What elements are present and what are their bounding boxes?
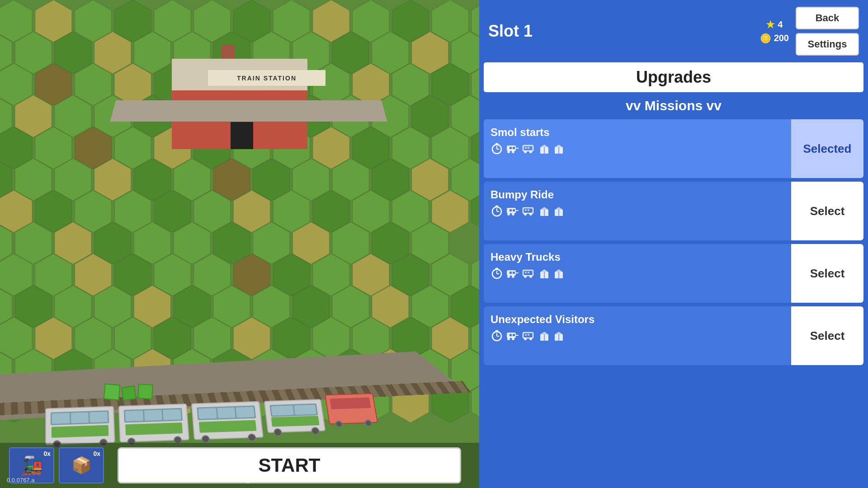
train-icon xyxy=(506,331,519,343)
train-icon xyxy=(506,268,519,281)
svg-rect-35 xyxy=(525,209,527,211)
box-icon-2 xyxy=(553,205,565,220)
svg-point-76 xyxy=(529,338,532,340)
svg-rect-77 xyxy=(525,334,527,336)
svg-rect-36 xyxy=(528,209,529,211)
stats-box: ★ 4 🪙 200 xyxy=(760,19,789,44)
upgrades-title: Upgrades xyxy=(484,62,863,92)
svg-marker-62 xyxy=(555,269,563,272)
green-cubes-area xyxy=(104,384,153,400)
svg-rect-9 xyxy=(513,147,515,149)
svg-point-48 xyxy=(507,275,510,278)
settings-button[interactable]: Settings xyxy=(796,33,859,56)
box-icon-2 xyxy=(553,330,565,344)
svg-point-75 xyxy=(524,338,527,340)
train-icon xyxy=(506,144,519,156)
platform xyxy=(110,100,387,122)
version-text: 0.0.0767.a xyxy=(7,477,34,483)
svg-point-49 xyxy=(512,275,514,278)
svg-rect-15 xyxy=(528,147,529,149)
svg-rect-57 xyxy=(528,272,529,273)
box-icon-2 xyxy=(553,267,565,282)
train-car-4 xyxy=(264,399,326,433)
svg-rect-78 xyxy=(528,334,529,336)
missions-list: Smol startsSelectedBumpy RideSelectHeavy… xyxy=(479,117,868,461)
timer-icon xyxy=(491,205,503,220)
mission-item-heavy-trucks: Heavy TrucksSelect xyxy=(484,244,863,303)
mission-info-unexpected-visitors: Unexpected Visitors xyxy=(484,306,791,365)
top-bar: Slot 1 ★ 4 🪙 200 Back Settings xyxy=(479,0,868,62)
train-car-2 xyxy=(118,404,190,442)
back-button[interactable]: Back xyxy=(796,7,859,29)
mission-length-text: Mission Length: 300 xyxy=(207,475,272,483)
svg-rect-14 xyxy=(525,147,527,149)
svg-point-69 xyxy=(507,338,510,340)
svg-rect-8 xyxy=(509,147,512,149)
svg-point-33 xyxy=(524,213,527,216)
svg-point-6 xyxy=(507,150,510,153)
mission-icons-heavy-trucks xyxy=(491,267,784,282)
svg-point-13 xyxy=(529,150,532,153)
star-icon: ★ xyxy=(766,19,775,31)
mission-icons-smol-starts xyxy=(491,142,784,158)
svg-point-7 xyxy=(512,150,514,153)
cargo-count: 0x xyxy=(93,450,100,457)
train-car-red xyxy=(325,393,378,425)
mission-item-smol-starts: Smol startsSelected xyxy=(484,119,863,178)
train-count: 0x xyxy=(43,450,51,457)
svg-point-70 xyxy=(512,338,514,340)
box-icon-1 xyxy=(538,330,550,344)
svg-marker-83 xyxy=(555,332,563,334)
mission-select-btn-unexpected-visitors[interactable]: Select xyxy=(791,306,863,365)
stars-value: 4 xyxy=(778,19,783,30)
svg-marker-17 xyxy=(540,145,548,147)
missions-subtitle: vv Missions vv xyxy=(479,94,868,117)
panel-bottom-spacer xyxy=(479,461,868,488)
mission-name-unexpected-visitors: Unexpected Visitors xyxy=(491,313,784,326)
svg-point-34 xyxy=(529,213,532,216)
svg-rect-51 xyxy=(513,272,515,274)
train-car-3 xyxy=(191,401,264,440)
svg-rect-29 xyxy=(509,209,512,211)
svg-marker-38 xyxy=(540,207,548,210)
train-car-1 xyxy=(45,406,115,445)
timer-icon xyxy=(491,329,503,345)
coins-value: 200 xyxy=(774,33,789,43)
mission-info-smol-starts: Smol starts xyxy=(484,119,791,178)
mission-info-heavy-trucks: Heavy Trucks xyxy=(484,244,791,303)
svg-point-54 xyxy=(524,275,527,278)
svg-marker-59 xyxy=(540,269,548,272)
start-button[interactable]: START xyxy=(118,447,461,483)
coin-icon: 🪙 xyxy=(760,33,771,44)
svg-point-28 xyxy=(512,213,514,216)
mission-name-heavy-trucks: Heavy Trucks xyxy=(491,251,784,263)
station-door xyxy=(231,122,253,149)
timer-icon xyxy=(491,142,503,158)
mission-icons-unexpected-visitors xyxy=(491,329,784,345)
station-sign: TRAIN STATION xyxy=(208,70,326,86)
mission-select-btn-bumpy-ride[interactable]: Select xyxy=(791,182,863,240)
mission-item-unexpected-visitors: Unexpected VisitorsSelect xyxy=(484,306,863,365)
train-icon xyxy=(506,206,519,219)
train-car-icon xyxy=(522,144,536,156)
game-viewport: TRAIN STATION xyxy=(0,0,479,488)
box-icon-1 xyxy=(538,143,550,157)
box-icon-1 xyxy=(538,205,550,220)
svg-rect-56 xyxy=(525,272,527,273)
mission-select-btn-heavy-trucks[interactable]: Select xyxy=(791,244,863,303)
top-buttons: Back Settings xyxy=(796,7,859,56)
svg-rect-50 xyxy=(509,272,512,274)
train-car-icon xyxy=(522,268,536,281)
slot-label: Slot 1 xyxy=(488,22,753,41)
coins-row: 🪙 200 xyxy=(760,33,789,44)
mission-select-btn-smol-starts[interactable]: Selected xyxy=(791,119,863,178)
box-icon-1 xyxy=(538,267,550,282)
cargo-inventory-slot[interactable]: 0x 📦 xyxy=(59,447,104,483)
mission-name-smol-starts: Smol starts xyxy=(491,126,784,139)
svg-rect-71 xyxy=(509,334,512,336)
svg-rect-72 xyxy=(513,334,515,336)
svg-marker-80 xyxy=(540,332,548,334)
svg-rect-30 xyxy=(513,209,515,211)
timer-icon xyxy=(491,267,503,282)
stars-row: ★ 4 xyxy=(766,19,783,31)
